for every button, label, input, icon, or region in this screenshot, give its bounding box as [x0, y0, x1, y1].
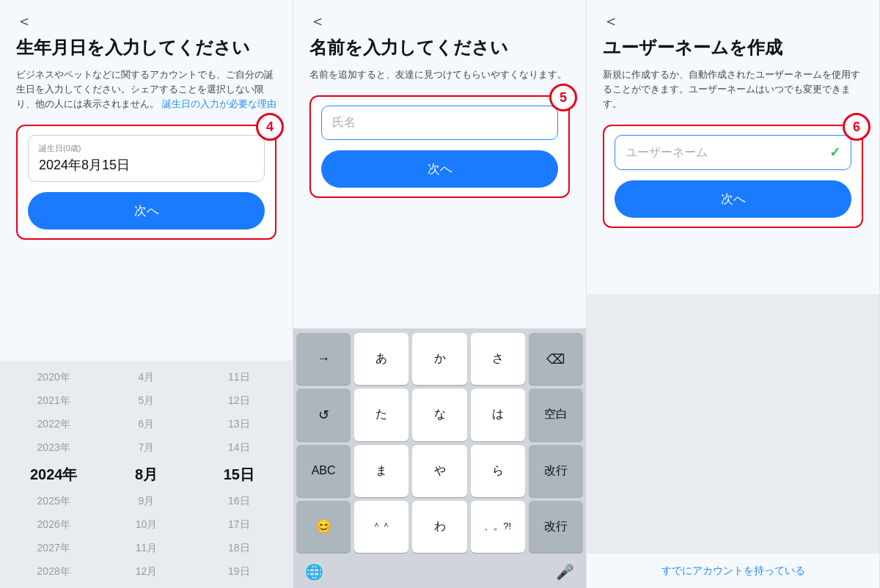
keyboard-area: → あ か さ ⌫ ↺ た な は 空白 ABC ま や ら 改行 😊 — [293, 328, 586, 588]
kb-wa-key[interactable]: わ — [412, 501, 466, 553]
month-item[interactable]: 6月 — [100, 413, 192, 436]
kb-delete-key[interactable]: ⌫ — [529, 333, 583, 385]
username-input[interactable]: ユーザーネーム ✓ — [615, 135, 851, 170]
step-badge-5: 5 — [549, 84, 577, 111]
month-picker-col[interactable]: 4月 5月 6月 7月 8月 9月 10月 11月 12月 — [100, 361, 192, 588]
kb-punct-key[interactable]: 、。?! — [471, 501, 525, 553]
panel-title-2: 名前を入力してください — [309, 37, 570, 59]
japanese-keyboard: → あ か さ ⌫ ↺ た な は 空白 ABC ま や ら 改行 😊 — [293, 328, 586, 556]
day-item[interactable]: 18日 — [193, 537, 285, 560]
kb-ma-key[interactable]: ま — [354, 445, 408, 497]
birthday-reason-link[interactable]: 誕生日の入力が必要な理由 — [162, 98, 276, 109]
year-item[interactable]: 2027年 — [7, 537, 100, 560]
already-account-area: すでにアカウントを持っている — [587, 554, 879, 588]
kb-enter-key-3[interactable]: 改行 — [529, 445, 583, 497]
keyboard-bottom-bar: 🌐 🎤 — [293, 556, 586, 588]
date-field-value: 2024年8月15日 — [39, 156, 254, 174]
kb-abc-key[interactable]: ABC — [296, 445, 351, 497]
day-item[interactable]: 11日 — [193, 366, 285, 389]
year-item[interactable]: 2020年 — [7, 366, 100, 389]
month-item[interactable]: 5月 — [100, 389, 192, 413]
kb-enter-key-4[interactable]: 改行 — [529, 501, 583, 553]
username-highlight-box: 6 ユーザーネーム ✓ 次へ — [603, 125, 863, 228]
panel-title-3: ユーザーネームを作成 — [603, 37, 863, 59]
next-button-2[interactable]: 次へ — [321, 150, 558, 188]
name-highlight-box: 5 氏名 次へ — [309, 95, 570, 198]
kb-row-1: → あ か さ ⌫ — [296, 333, 583, 385]
date-field-label: 誕生日(0歳) — [39, 143, 254, 154]
panel-title-1: 生年月日を入力してください — [16, 37, 276, 59]
globe-icon[interactable]: 🌐 — [305, 563, 323, 581]
year-picker-col[interactable]: 2020年 2021年 2022年 2023年 2024年 2025年 2026… — [7, 361, 100, 588]
day-item[interactable]: 14日 — [193, 436, 285, 460]
day-item-selected[interactable]: 15日 — [193, 460, 285, 490]
back-button-2[interactable]: ＜ — [309, 13, 327, 29]
panel-desc-1: ビジネスやペットなどに関するアカウントでも、ご自分の誕生日を入力してください。シ… — [16, 67, 276, 111]
month-item[interactable]: 10月 — [100, 513, 192, 537]
month-item[interactable]: 12月 — [100, 560, 192, 584]
panel-name: ＜ 名前を入力してください 名前を追加すると、友達に見つけてもらいやすくなります… — [293, 0, 587, 588]
year-item-selected[interactable]: 2024年 — [7, 460, 100, 490]
year-item[interactable]: 2023年 — [7, 436, 100, 460]
kb-arrow-key[interactable]: → — [296, 333, 351, 385]
kb-sa-key[interactable]: さ — [471, 333, 525, 385]
day-item[interactable]: 16日 — [193, 490, 285, 513]
kb-ka-key[interactable]: か — [412, 333, 466, 385]
empty-bottom-area — [587, 294, 879, 554]
month-item-selected[interactable]: 8月 — [100, 460, 192, 490]
next-button-1[interactable]: 次へ — [28, 192, 265, 229]
kb-undo-key[interactable]: ↺ — [296, 389, 351, 441]
date-field[interactable]: 誕生日(0歳) 2024年8月15日 — [28, 135, 265, 182]
day-picker-col[interactable]: 11日 12日 13日 14日 15日 16日 17日 18日 19日 — [193, 361, 285, 588]
mic-icon[interactable]: 🎤 — [556, 563, 574, 581]
panel-desc-2: 名前を追加すると、友達に見つけてもらいやすくなります。 — [309, 67, 570, 82]
kb-row-4: 😊 ＾＾ わ 、。?! 改行 — [296, 501, 583, 553]
panel-top-username: ＜ ユーザーネームを作成 新規に作成するか、自動作成されたユーザーネームを使用す… — [587, 0, 879, 294]
kb-row-3: ABC ま や ら 改行 — [296, 445, 583, 497]
next-button-3[interactable]: 次へ — [615, 180, 851, 218]
day-item[interactable]: 19日 — [193, 560, 285, 584]
name-placeholder: 氏名 — [332, 116, 356, 128]
username-placeholder: ユーザーネーム — [626, 145, 708, 161]
panel-top-name: ＜ 名前を入力してください 名前を追加すると、友達に見つけてもらいやすくなります… — [293, 0, 586, 328]
step-badge-4: 4 — [256, 113, 284, 141]
month-item[interactable]: 11月 — [100, 537, 192, 560]
name-input[interactable]: 氏名 — [321, 106, 558, 140]
year-item[interactable]: 2025年 — [7, 490, 100, 513]
step-badge-6: 6 — [843, 113, 870, 141]
check-icon: ✓ — [829, 144, 840, 161]
day-item[interactable]: 17日 — [193, 513, 285, 537]
year-item[interactable]: 2028年 — [7, 560, 100, 584]
back-button-3[interactable]: ＜ — [603, 13, 620, 29]
kb-dakuten-key[interactable]: ＾＾ — [354, 501, 408, 553]
kb-ra-key[interactable]: ら — [471, 445, 525, 497]
date-picker[interactable]: 2020年 2021年 2022年 2023年 2024年 2025年 2026… — [0, 361, 293, 588]
year-item[interactable]: 2022年 — [7, 413, 100, 436]
kb-ta-key[interactable]: た — [354, 389, 408, 441]
day-item[interactable]: 12日 — [193, 389, 285, 413]
panel-username: ＜ ユーザーネームを作成 新規に作成するか、自動作成されたユーザーネームを使用す… — [587, 0, 880, 588]
kb-emoji-key[interactable]: 😊 — [296, 501, 351, 553]
kb-row-2: ↺ た な は 空白 — [296, 389, 583, 441]
back-button-1[interactable]: ＜ — [16, 13, 34, 29]
kb-na-key[interactable]: な — [412, 389, 466, 441]
already-account-link[interactable]: すでにアカウントを持っている — [661, 565, 805, 576]
kb-space-key[interactable]: 空白 — [529, 389, 583, 441]
year-item[interactable]: 2026年 — [7, 513, 100, 537]
kb-ha-key[interactable]: は — [471, 389, 525, 441]
month-item[interactable]: 7月 — [100, 436, 192, 460]
year-item[interactable]: 2021年 — [7, 389, 100, 413]
birthday-highlight-box: 4 誕生日(0歳) 2024年8月15日 次へ — [16, 125, 276, 240]
date-picker-area: 2020年 2021年 2022年 2023年 2024年 2025年 2026… — [0, 361, 293, 588]
day-item[interactable]: 13日 — [193, 413, 285, 436]
month-item[interactable]: 4月 — [100, 366, 192, 389]
month-item[interactable]: 9月 — [100, 490, 192, 513]
panel-top-birthday: ＜ 生年月日を入力してください ビジネスやペットなどに関するアカウントでも、ご自… — [0, 0, 293, 361]
kb-a-key[interactable]: あ — [354, 333, 408, 385]
kb-ya-key[interactable]: や — [412, 445, 466, 497]
panel-desc-3: 新規に作成するか、自動作成されたユーザーネームを使用することができます。ユーザー… — [603, 67, 863, 111]
panel-birthday: ＜ 生年月日を入力してください ビジネスやペットなどに関するアカウントでも、ご自… — [0, 0, 293, 588]
